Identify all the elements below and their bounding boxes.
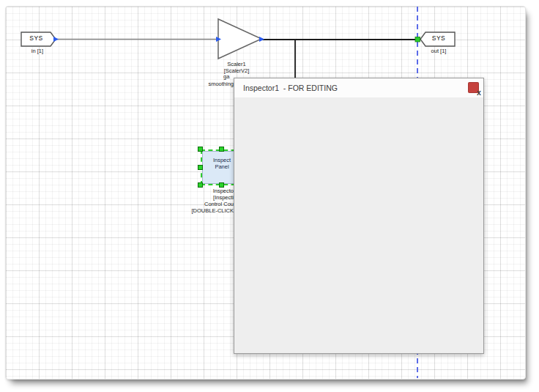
output-pin-icon[interactable] xyxy=(53,37,59,42)
scaler-class-label: [ScalerV2] xyxy=(204,67,270,74)
selection-handle[interactable] xyxy=(198,165,203,170)
inspector-caption-line: Control Cou xyxy=(174,201,234,207)
sys-output-label: SYS xyxy=(424,35,453,42)
close-icon: x xyxy=(477,87,481,98)
close-button[interactable]: x xyxy=(468,82,479,93)
inspector-window-body[interactable] xyxy=(234,97,483,353)
screenshot-frame: SYS in [1] Scaler1 [ScalerV2] ga smoothi… xyxy=(0,0,539,392)
inspector-caption-line: [Inspecti xyxy=(174,194,234,201)
scaler-block[interactable] xyxy=(218,19,261,59)
sys-output-port-label: out [1] xyxy=(421,48,456,54)
selection-handle[interactable] xyxy=(198,182,203,188)
schematic-canvas[interactable]: SYS in [1] Scaler1 [ScalerV2] ga smoothi… xyxy=(5,6,526,380)
inspector-caption-line: [DOUBLE-CLICK xyxy=(174,207,234,214)
inspector-caption-line: Inspecto xyxy=(174,188,234,194)
scaler-param-label: ga xyxy=(223,73,229,80)
output-pin-icon[interactable] xyxy=(259,37,264,42)
inspector-window-titlebar[interactable]: Inspector1 - FOR EDITING x xyxy=(234,78,483,98)
inspector-window-title: Inspector1 - FOR EDITING xyxy=(243,84,338,92)
scaler-name-label: Scaler1 xyxy=(204,61,270,67)
inspector-window: Inspector1 - FOR EDITING x xyxy=(234,78,484,354)
selection-handle[interactable] xyxy=(198,147,203,152)
sys-input-label: SYS xyxy=(21,35,51,42)
connected-pin-icon[interactable] xyxy=(415,37,420,42)
scaler-param-label: smoothing xyxy=(174,81,234,87)
selection-handle[interactable] xyxy=(219,182,224,188)
sys-input-port-label: in [1] xyxy=(21,48,54,54)
selection-handle[interactable] xyxy=(219,147,224,152)
